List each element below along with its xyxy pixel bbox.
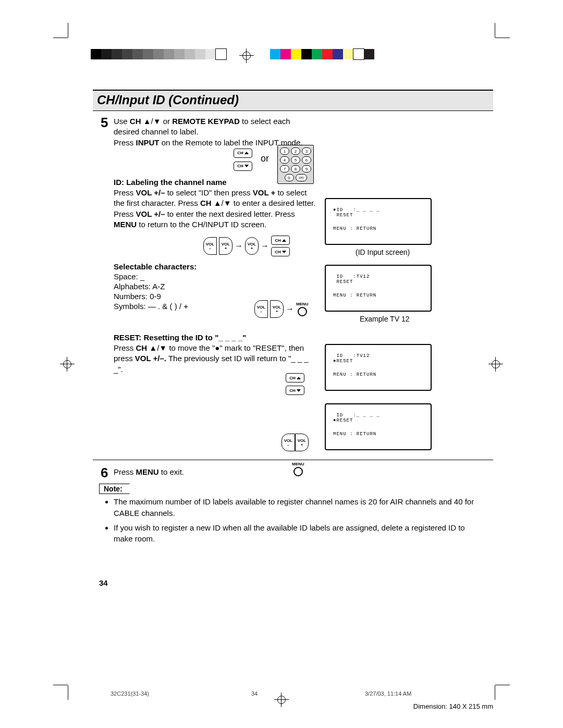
remote-keypad: 1234567890100 bbox=[277, 145, 314, 184]
registration-mark bbox=[62, 359, 73, 370]
id-labeling-heading: ID: Labeling the channel name bbox=[114, 177, 227, 188]
reset-heading: RESET: Resetting the ID to "_ _ _ _" bbox=[114, 332, 246, 343]
ch-up-button: CH bbox=[234, 147, 252, 158]
id-labeling-paragraph: Press VOL +/– to select "ID" then press … bbox=[114, 188, 317, 230]
note-label: Note: bbox=[99, 484, 136, 494]
step-5-number: 5 bbox=[101, 115, 108, 131]
note-bullets: The maximum number of ID labels availabl… bbox=[104, 496, 480, 548]
selectable-syms: Symbols: — . & ( ) / + bbox=[114, 301, 188, 312]
step-5-text: Use CH ▲/▼ or REMOTE KEYPAD to select ea… bbox=[114, 116, 317, 148]
vol-ch-sequence-1: VOL– VOL+ → VOL+ → CHCH bbox=[203, 236, 290, 256]
step-6-text: Press MENU to exit. bbox=[114, 467, 184, 477]
footer-timestamp: 3/27/03, 11:14 AM bbox=[365, 690, 411, 697]
osd-example: ID :TV12 RESET MENU : RETURN bbox=[325, 265, 432, 312]
footer-center: 34 bbox=[251, 690, 258, 697]
note-bullet-2: If you wish to register a new ID when al… bbox=[114, 522, 480, 545]
reset-paragraph: Press CH ▲/▼ to move the "●" mark to "RE… bbox=[114, 343, 317, 375]
ch-buttons-reset: CH CH bbox=[286, 373, 304, 395]
registration-mark bbox=[241, 50, 252, 61]
footer-dimension: Dimension: 140 X 215 mm bbox=[413, 702, 493, 710]
color-strip bbox=[270, 49, 374, 59]
note-bullet-1: The maximum number of ID labels availabl… bbox=[114, 496, 480, 519]
menu-button-icon: MENU bbox=[292, 462, 304, 476]
vol-menu-sequence: VOL– VOL+ → MENU bbox=[254, 300, 309, 318]
divider bbox=[93, 460, 493, 460]
step-6-number: 6 bbox=[101, 465, 108, 481]
selectable-chars-heading: Selectable characters: bbox=[114, 262, 197, 272]
registration-mark bbox=[490, 359, 501, 370]
or-label: or bbox=[261, 152, 269, 165]
osd-id-input-caption: (ID Input screen) bbox=[356, 248, 410, 256]
grayscale-strip bbox=[91, 49, 226, 59]
vol-buttons-reset: VOL– VOL+ bbox=[282, 434, 309, 451]
osd-reset-after: ID :_ _ _ _ ●RESET MENU : RETURN bbox=[325, 403, 432, 450]
osd-reset-before: ID :TV12 ●RESET MENU : RETURN bbox=[325, 344, 432, 391]
ch-down-button: CH bbox=[234, 160, 252, 171]
selectable-nums: Numbers: 0-9 bbox=[114, 291, 161, 302]
registration-mark bbox=[276, 694, 287, 706]
footer-doc-id: 32C231(31-34) bbox=[111, 690, 149, 697]
selectable-space: Space: _ bbox=[114, 272, 144, 282]
osd-example-caption: Example TV 12 bbox=[360, 315, 409, 323]
page-number: 34 bbox=[99, 578, 108, 587]
osd-id-input: ●ID :_ _ _ _ RESET MENU : RETURN bbox=[325, 198, 432, 245]
selectable-alpha: Alphabets: A-Z bbox=[114, 281, 165, 292]
section-title: CH/Input ID (Continued) bbox=[93, 90, 493, 111]
